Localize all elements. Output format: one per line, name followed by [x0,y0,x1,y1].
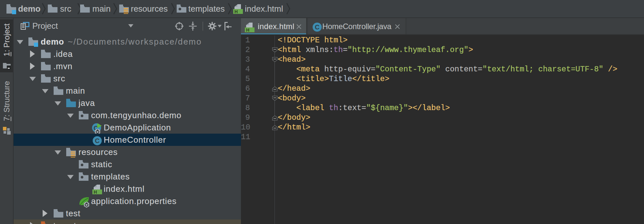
svg-text:H: H [234,9,238,14]
svg-text:C: C [315,24,319,31]
svg-text:C: C [95,137,99,144]
svg-text:H: H [94,189,97,194]
svg-text:H: H [246,27,249,32]
